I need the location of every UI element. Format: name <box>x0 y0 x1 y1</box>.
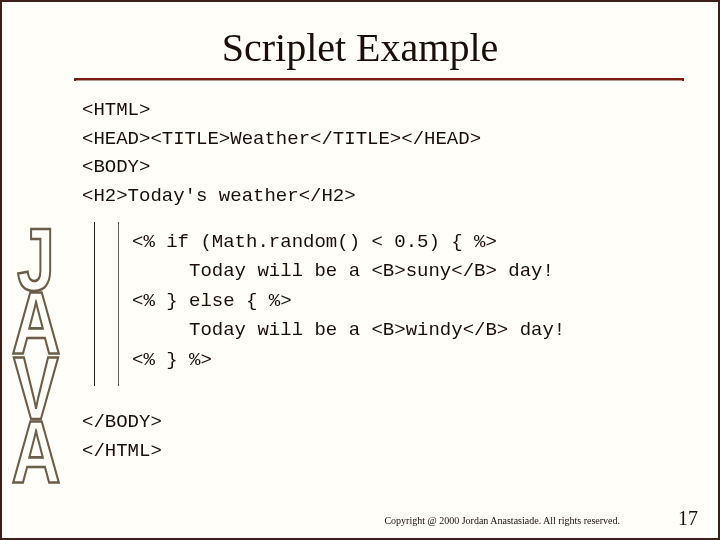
copyright-text: Copyright @ 2000 Jordan Anastasiade. All… <box>384 515 620 526</box>
indent-rule-left <box>94 222 95 386</box>
java-letter-j: J <box>8 217 64 301</box>
title-underline <box>74 78 684 81</box>
java-vertical-decor: A V A J <box>8 105 64 485</box>
page-number: 17 <box>678 507 698 530</box>
slide-title: Scriplet Example <box>0 24 720 71</box>
code-head: <HTML> <HEAD><TITLE>Weather</TITLE></HEA… <box>82 96 680 210</box>
indent-rule-right <box>118 222 119 386</box>
code-scriptlet: <% if (Math.random() < 0.5) { %> Today w… <box>132 228 565 375</box>
code-tail: </BODY> </HTML> <box>82 408 162 465</box>
